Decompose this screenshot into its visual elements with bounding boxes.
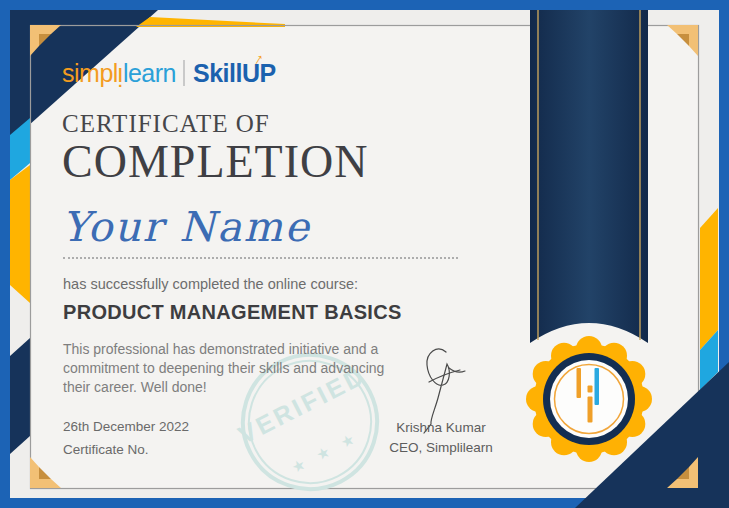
logo-text-simpl: simpl bbox=[62, 59, 118, 87]
ribbon bbox=[530, 10, 648, 343]
left-yellow-stripe bbox=[10, 165, 30, 303]
certificate-title-line2: COMPLETION bbox=[62, 135, 368, 188]
course-title: PRODUCT MANAGEMENT BASICS bbox=[63, 301, 402, 324]
signer-name: Krishna Kumar bbox=[368, 420, 514, 435]
certificate-page: VERIFIED ★ ★ ★ simplilearn SkillUP ↑ CER… bbox=[0, 0, 729, 508]
skillup-wordmark: SkillUP ↑ bbox=[193, 59, 276, 88]
simplilearn-wordmark: simplilearn bbox=[62, 59, 176, 88]
logo-inverted-i: i bbox=[118, 62, 123, 91]
left-navy-stripe bbox=[10, 338, 30, 454]
issue-date: 26th December 2022 bbox=[63, 419, 189, 434]
skillup-text: SkillUP bbox=[193, 59, 276, 87]
description-line3: their career. Well done! bbox=[63, 378, 384, 397]
brand-logo: simplilearn SkillUP ↑ bbox=[62, 57, 276, 89]
signer-title: CEO, Simplilearn bbox=[368, 440, 514, 455]
certificate-title-line1: CERTIFICATE OF bbox=[62, 110, 270, 138]
logo-divider bbox=[183, 60, 185, 86]
recipient-name: Your Name bbox=[62, 203, 311, 251]
name-underline bbox=[63, 257, 458, 259]
right-yellow-stripe bbox=[700, 208, 718, 350]
description-line1: This professional has demonstrated initi… bbox=[63, 340, 384, 359]
description-line2: commitment to deepening their skills and… bbox=[63, 359, 384, 378]
description-paragraph: This professional has demonstrated initi… bbox=[63, 340, 384, 397]
completion-statement: has successfully completed the online co… bbox=[63, 276, 358, 292]
logo-text-learn: learn bbox=[123, 59, 176, 87]
certificate-number-label: Certificate No. bbox=[63, 442, 149, 457]
